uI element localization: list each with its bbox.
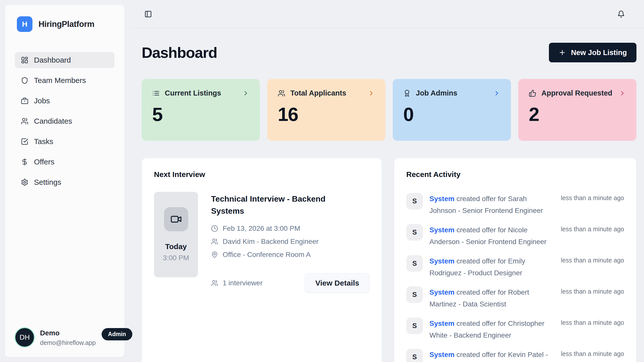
new-job-listing-label: New Job Listing: [571, 49, 627, 57]
users-icon: [211, 238, 218, 245]
sidebar-item-tasks[interactable]: Tasks: [15, 133, 114, 150]
sidebar-item-label: Dashboard: [34, 56, 71, 64]
activity-avatar: S: [406, 193, 423, 209]
interview-candidate: David Kim - Backend Engineer: [223, 238, 318, 246]
map-pin-icon: [211, 251, 218, 258]
stat-value: 5: [152, 103, 249, 125]
activity-actor: System: [429, 195, 455, 203]
sidebar-item-jobs[interactable]: Jobs: [15, 93, 114, 109]
page-title: Dashboard: [142, 44, 217, 61]
activity-item: S System created offer for Robert Martin…: [406, 286, 624, 310]
chevron-right-icon: [242, 90, 249, 97]
video-camera-icon: [164, 207, 188, 231]
chevron-right-icon: [619, 90, 626, 97]
activity-actor: System: [429, 351, 455, 358]
activity-avatar: S: [406, 318, 423, 334]
activity-item: S System created offer for Kevin Patel -…: [406, 349, 624, 362]
activity-text: System created offer for Kevin Patel - D…: [429, 349, 554, 362]
stat-card-approval-requested[interactable]: Approval Requested 2: [518, 79, 636, 141]
stat-label: Job Admins: [416, 89, 457, 97]
users-icon: [211, 280, 218, 287]
interview-day: Today: [165, 242, 187, 251]
user-menu[interactable]: DH Demo demo@hireflow.app Admin: [15, 328, 114, 347]
activity-text: System created offer for Nicole Anderson…: [429, 224, 554, 248]
activity-timestamp: less than a minute ago: [561, 224, 624, 233]
stat-label: Total Applicants: [290, 89, 346, 97]
shield-icon: [21, 77, 28, 84]
gear-icon: [21, 178, 28, 186]
interview-title: Technical Interview - Backend Systems: [211, 193, 332, 217]
sidebar-item-candidates[interactable]: Candidates: [15, 113, 114, 129]
activity-text: System created offer for Robert Martinez…: [429, 286, 554, 310]
topbar: [129, 0, 644, 28]
interview-datetime-row: Feb 13, 2026 at 3:00 PM: [211, 224, 370, 233]
stats-row: Current Listings 5 Total Applicants 16: [142, 79, 636, 141]
recent-activity-title: Recent Activity: [406, 170, 624, 179]
activity-item: S System created offer for Emily Rodrigu…: [406, 255, 624, 279]
user-info: Demo demo@hireflow.app: [40, 328, 96, 346]
app-logo-letter: H: [22, 20, 27, 28]
activity-item: S System created offer for Nicole Anders…: [406, 224, 624, 248]
stat-value: 0: [403, 103, 500, 125]
view-details-button[interactable]: View Details: [305, 273, 370, 293]
activity-actor: System: [429, 288, 455, 296]
activity-actor: System: [429, 257, 455, 265]
app-logo: H: [17, 16, 32, 32]
user-email: demo@hireflow.app: [40, 339, 96, 346]
activity-avatar: S: [406, 286, 423, 303]
chevron-right-icon: [493, 90, 500, 97]
activity-timestamp: less than a minute ago: [561, 255, 624, 264]
new-job-listing-button[interactable]: New Job Listing: [549, 43, 636, 62]
interview-location: Office - Conference Room A: [223, 251, 311, 259]
activity-avatar: S: [406, 255, 423, 272]
next-interview-title: Next Interview: [154, 170, 370, 179]
task-check-icon: [21, 138, 28, 145]
activity-text: System created offer for Sarah Johnson -…: [429, 193, 554, 216]
stat-card-job-admins[interactable]: Job Admins 0: [393, 79, 511, 141]
sidebar-item-label: Jobs: [34, 97, 50, 105]
list-icon: [152, 89, 160, 97]
activity-timestamp: less than a minute ago: [561, 318, 624, 326]
activity-avatar: S: [406, 349, 423, 362]
sidebar-item-offers[interactable]: Offers: [15, 154, 114, 170]
stat-card-current-listings[interactable]: Current Listings 5: [142, 79, 260, 141]
next-interview-panel: Next Interview Today 3:00 PM Technical I…: [142, 158, 382, 362]
activity-actor: System: [429, 320, 455, 327]
stat-label: Current Listings: [165, 89, 221, 97]
bell-icon: [617, 10, 625, 18]
sidebar-item-label: Team Members: [34, 76, 86, 85]
activity-timestamp: less than a minute ago: [561, 349, 624, 357]
sidebar-item-settings[interactable]: Settings: [15, 174, 114, 190]
sidebar-item-label: Tasks: [34, 137, 53, 146]
sidebar-item-dashboard[interactable]: Dashboard: [15, 52, 114, 68]
activity-actor: System: [429, 226, 455, 234]
notifications-button[interactable]: [616, 9, 626, 19]
interview-candidate-row: David Kim - Backend Engineer: [211, 238, 370, 246]
recent-activity-panel: Recent Activity S System created offer f…: [394, 158, 636, 362]
stat-card-total-applicants[interactable]: Total Applicants 16: [267, 79, 385, 141]
sidebar-item-label: Settings: [34, 178, 61, 187]
clock-icon: [211, 225, 218, 232]
briefcase-icon: [21, 97, 28, 105]
activity-text: System created offer for Christopher Whi…: [429, 318, 554, 341]
interviewer-count-row: 1 interviewer: [211, 279, 263, 287]
sidebar-item-label: Candidates: [34, 117, 72, 125]
activity-text: System created offer for Emily Rodriguez…: [429, 255, 554, 279]
users-icon: [21, 117, 28, 125]
activity-avatar: S: [406, 224, 423, 241]
user-name: Demo: [40, 329, 96, 337]
interview-time: 3:00 PM: [163, 254, 189, 262]
activity-item: S System created offer for Sarah Johnson…: [406, 193, 624, 216]
stat-label: Approval Requested: [541, 89, 612, 97]
sidebar-nav: Dashboard Team Members Jobs Candidates T…: [15, 52, 114, 195]
activity-list: S System created offer for Sarah Johnson…: [406, 193, 624, 362]
app-brand: H HiringPlatform: [15, 16, 114, 32]
app-name: HiringPlatform: [38, 19, 94, 29]
chevron-right-icon: [368, 90, 375, 97]
plus-icon: [558, 49, 566, 56]
sidebar-toggle-button[interactable]: [143, 9, 153, 19]
sidebar: H HiringPlatform Dashboard Team Members …: [5, 5, 125, 357]
users-icon: [278, 89, 285, 97]
sidebar-item-team-members[interactable]: Team Members: [15, 72, 114, 88]
thumbs-up-icon: [529, 89, 536, 97]
